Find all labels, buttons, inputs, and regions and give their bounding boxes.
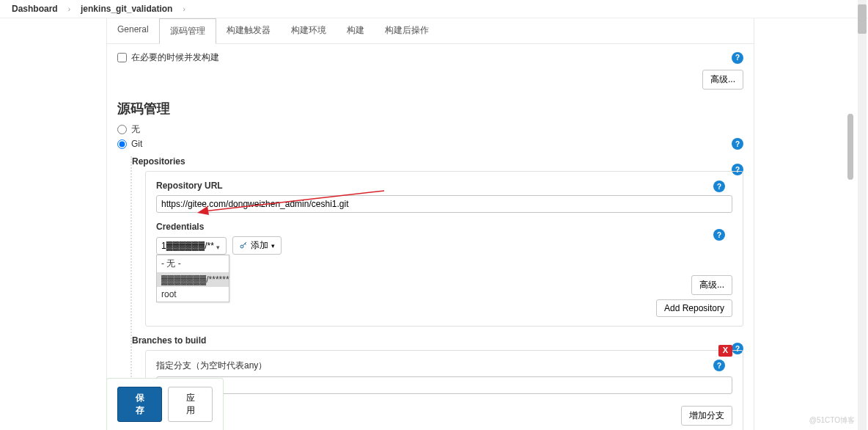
help-icon[interactable]: ? (713, 360, 725, 371)
svg-point-0 (240, 245, 243, 248)
branch-spec-input[interactable] (156, 376, 732, 394)
apply-button[interactable]: 应用 (168, 387, 213, 422)
scm-git-radio[interactable] (117, 139, 127, 149)
config-panel: General 源码管理 构建触发器 构建环境 构建 构建后操作 在必要的时候并… (106, 18, 754, 430)
credentials-label: Credentials (156, 222, 732, 232)
outer-scrollbar-thumb[interactable] (858, 4, 867, 34)
chevron-right-icon: › (68, 5, 70, 13)
scm-git-label: Git (131, 139, 142, 149)
concurrent-build-label: 在必要的时候并发构建 (131, 51, 219, 64)
watermark: @51CTO博客 (809, 415, 855, 426)
breadcrumb-job[interactable]: jenkins_git_validation (81, 4, 172, 14)
help-icon[interactable]: ? (732, 138, 743, 150)
credentials-row: ▾ - 无 - ▓▓▓▓▓▓▓/****** root 添加 ▾ (156, 236, 732, 255)
tab-scm[interactable]: 源码管理 (159, 18, 216, 44)
key-icon (239, 241, 248, 250)
tab-general[interactable]: General (107, 18, 159, 43)
config-content: 在必要的时候并发构建 ? 高级... 源码管理 无 Git ? Reposito… (107, 44, 754, 430)
tab-post[interactable]: 构建后操作 (375, 18, 439, 43)
help-icon[interactable]: ? (713, 181, 725, 192)
config-tabs: General 源码管理 构建触发器 构建环境 构建 构建后操作 (107, 18, 754, 44)
add-branch-button[interactable]: 增加分支 (681, 406, 732, 426)
repository-box: Repository URL ? Credentials ? ▾ - 无 - (145, 171, 743, 327)
footer-actions: 保存 应用 (106, 378, 224, 430)
delete-branch-button[interactable]: X (718, 345, 732, 357)
credentials-select[interactable] (156, 237, 227, 255)
add-repository-button[interactable]: Add Repository (656, 299, 732, 317)
caret-down-icon: ▾ (271, 242, 275, 249)
repo-url-input[interactable] (156, 195, 732, 213)
credentials-dropdown: - 无 - ▓▓▓▓▓▓▓/****** root (156, 255, 229, 302)
advanced-button[interactable]: 高级... (702, 70, 743, 90)
credentials-option-1[interactable]: ▓▓▓▓▓▓▓/****** (157, 272, 229, 287)
outer-scrollbar-track[interactable] (858, 0, 867, 430)
tab-triggers[interactable]: 构建触发器 (216, 18, 281, 43)
breadcrumb: Dashboard › jenkins_git_validation › (0, 0, 868, 18)
concurrent-build-row: 在必要的时候并发构建 ? (117, 51, 743, 64)
breadcrumb-dashboard[interactable]: Dashboard (12, 4, 58, 14)
branches-box: X 指定分支（为空时代表any） ? 增加分支 (145, 350, 743, 430)
scm-section-title: 源码管理 (117, 100, 743, 117)
tab-build[interactable]: 构建 (336, 18, 375, 43)
concurrent-build-checkbox[interactable] (117, 53, 127, 62)
help-icon[interactable]: ? (732, 52, 743, 64)
chevron-right-icon: › (183, 5, 185, 13)
save-button[interactable]: 保存 (117, 387, 162, 422)
inner-scrollbar-thumb[interactable] (847, 114, 853, 180)
scm-none-radio[interactable] (117, 125, 127, 134)
branch-spec-label: 指定分支（为空时代表any） (156, 360, 732, 372)
repositories-label: Repositories (132, 156, 729, 167)
scm-none-label: 无 (131, 123, 140, 136)
credentials-option-none[interactable]: - 无 - (157, 255, 229, 272)
add-credentials-button[interactable]: 添加 ▾ (232, 236, 282, 255)
credentials-option-root[interactable]: root (157, 287, 229, 302)
repo-url-label: Repository URL (156, 181, 732, 191)
branches-label: Branches to build (132, 335, 729, 346)
add-credentials-label: 添加 (251, 239, 268, 252)
tab-env[interactable]: 构建环境 (281, 18, 336, 43)
repo-advanced-button[interactable]: 高级... (691, 275, 732, 295)
